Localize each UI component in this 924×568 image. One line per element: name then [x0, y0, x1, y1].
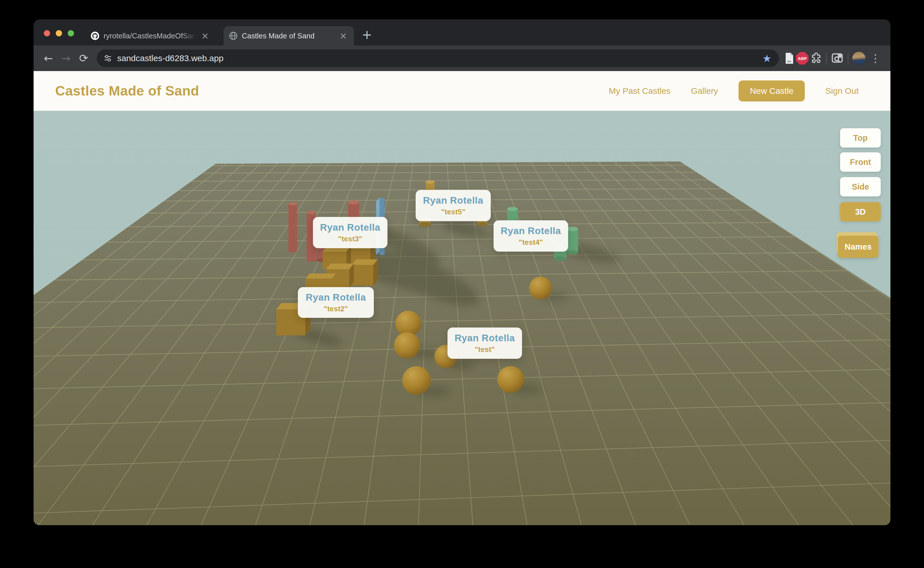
notes-extension-icon[interactable] [784, 52, 794, 64]
address-bar[interactable]: sandcastles-d6283.web.app ★ [97, 50, 779, 67]
tab-castles-app[interactable]: Castles Made of Sand × [224, 26, 354, 45]
castle-name: "test5" [441, 207, 465, 216]
view-front-button[interactable]: Front [840, 153, 881, 172]
new-tab-button[interactable]: + [360, 28, 374, 43]
castle-name: "test" [475, 345, 495, 354]
site-settings-icon[interactable] [103, 53, 113, 63]
castle-label: Ryan Rotella "test2" [298, 287, 374, 318]
tab-title: ryrotella/CastlesMadeOfSand [103, 32, 195, 40]
forward-button[interactable]: → [58, 50, 74, 66]
extensions-puzzle-icon[interactable] [810, 52, 822, 64]
sandbox-3d-viewport[interactable]: Ryan Rotella "test3" Ryan Rotella "test5… [33, 111, 891, 525]
app-header: Castles Made of Sand My Past Castles Gal… [33, 71, 891, 111]
castle-name: "test4" [519, 238, 543, 247]
back-button[interactable]: ← [40, 50, 56, 66]
castle-name: "test3" [338, 234, 362, 243]
nav-sign-out[interactable]: Sign Out [825, 86, 859, 96]
castle-label: Ryan Rotella "test" [447, 328, 522, 359]
toolbar-divider [826, 53, 827, 64]
browser-toolbar: ← → ⟳ sandcastles-d6283.web.app ★ ABP [33, 45, 891, 71]
profile-avatar[interactable] [852, 52, 865, 65]
castle-owner: Ryan Rotella [501, 225, 561, 236]
castle-owner: Ryan Rotella [320, 222, 380, 233]
browser-window: ryrotella/CastlesMadeOfSand × Castles Ma… [33, 19, 891, 525]
close-window-button[interactable] [44, 30, 50, 36]
fullscreen-window-button[interactable] [68, 30, 74, 36]
tab-title: Castles Made of Sand [242, 32, 334, 40]
nav-gallery[interactable]: Gallery [691, 86, 718, 96]
macos-traffic-lights [44, 30, 74, 36]
view-side-button[interactable]: Side [840, 177, 881, 196]
globe-icon [229, 31, 238, 40]
castle-name: "test2" [324, 304, 348, 313]
bookmark-star-icon[interactable]: ★ [762, 53, 773, 64]
tab-github-repo[interactable]: ryrotella/CastlesMadeOfSand × [85, 26, 216, 45]
chrome-menu-icon[interactable]: ⋮ [867, 52, 884, 65]
nav-new-castle-button[interactable]: New Castle [739, 80, 805, 101]
nav-my-past-castles[interactable]: My Past Castles [609, 86, 671, 96]
names-toggle-button[interactable]: Names [838, 236, 879, 258]
castle-owner: Ryan Rotella [423, 195, 483, 206]
url-text: sandcastles-d6283.web.app [117, 53, 758, 63]
castle-label: Ryan Rotella "test3" [313, 217, 388, 248]
castle-owner: Ryan Rotella [454, 332, 515, 343]
tab-bar: ryrotella/CastlesMadeOfSand × Castles Ma… [33, 19, 891, 45]
view-top-button[interactable]: Top [840, 128, 881, 148]
reload-button[interactable]: ⟳ [76, 50, 92, 66]
github-icon [91, 31, 100, 40]
tab-close-button[interactable]: × [199, 31, 211, 40]
main-nav: My Past Castles Gallery New Castle Sign … [609, 80, 869, 101]
tab-close-button[interactable]: × [338, 31, 349, 40]
minimize-window-button[interactable] [56, 30, 62, 36]
castle-label: Ryan Rotella "test4" [494, 220, 568, 252]
castle-label: Ryan Rotella "test5" [416, 190, 491, 221]
adblock-plus-extension-icon[interactable]: ABP [796, 52, 809, 65]
tab-search-icon[interactable] [831, 52, 844, 65]
castle-owner: Ryan Rotella [306, 292, 366, 303]
3d-scene [33, 111, 891, 525]
app-brand-title: Castles Made of Sand [55, 83, 199, 99]
view-3d-button[interactable]: 3D [840, 202, 881, 222]
toolbar-divider [848, 53, 848, 64]
